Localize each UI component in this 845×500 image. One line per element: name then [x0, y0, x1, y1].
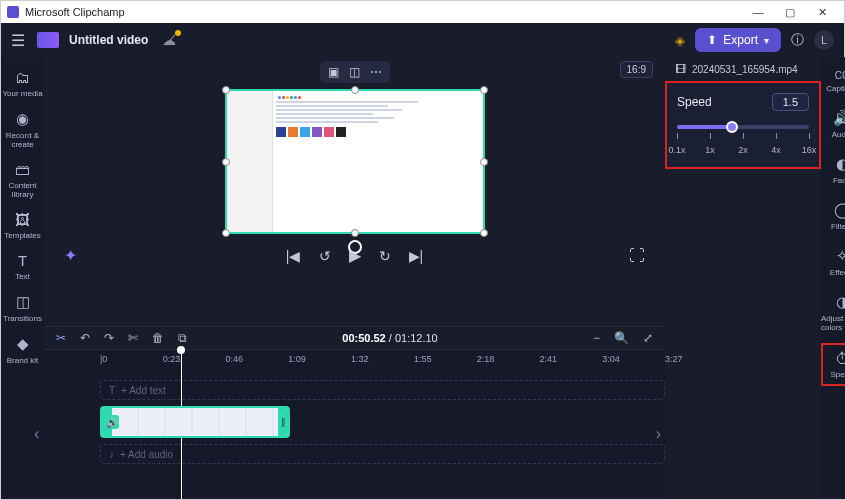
ruler-tick: 3:04 — [602, 354, 620, 364]
rail-item-brand-kit[interactable]: ◆Brand kit — [1, 331, 44, 369]
delete-button[interactable]: 🗑 — [152, 331, 164, 345]
skip-start-button[interactable]: |◀ — [286, 248, 301, 264]
rail-item-text[interactable]: TText — [1, 248, 44, 285]
more-icon[interactable]: ⋯ — [370, 65, 382, 79]
prop-item-speed[interactable]: ⏱Speed — [821, 343, 845, 386]
ruler-tick: 1:09 — [288, 354, 306, 364]
prop-icon: ◑ — [836, 293, 846, 311]
canvas-toolbar: ▣ ◫ ⋯ — [320, 61, 390, 83]
prop-item-audio[interactable]: 🔊Audio — [821, 104, 845, 144]
prop-item-captions[interactable]: CCCaptions — [821, 65, 845, 98]
frame-back-button[interactable]: ↺ — [319, 248, 331, 264]
audio-track-placeholder: + Add audio — [120, 449, 173, 460]
upload-icon: ⬆ — [707, 33, 717, 47]
menu-button[interactable]: ☰ — [11, 31, 25, 50]
prop-item-effects[interactable]: ✧Effects — [821, 242, 845, 282]
film-icon: 🎞 — [675, 63, 686, 75]
text-track[interactable]: T + Add text — [100, 380, 665, 400]
text-track-icon: T — [109, 385, 115, 396]
app-title: Microsoft Clipchamp — [25, 6, 125, 18]
resize-handle[interactable] — [480, 86, 488, 94]
rail-item-templates[interactable]: 🖼Templates — [1, 207, 44, 244]
audio-track[interactable]: ♪ + Add audio — [100, 444, 665, 464]
collapse-left-icon[interactable]: ‹ — [34, 425, 39, 443]
app-icon — [7, 6, 19, 18]
scissors-button[interactable]: ✄ — [128, 331, 138, 345]
current-time: 00:50.52 — [342, 332, 385, 344]
account-avatar[interactable]: L — [814, 30, 834, 50]
slider-tick — [710, 133, 711, 139]
slider-tick-label: 4x — [771, 145, 781, 155]
prop-label: Adjust colors — [821, 314, 845, 332]
slider-tick-label: 2x — [738, 145, 748, 155]
slider-thumb[interactable] — [726, 121, 738, 133]
project-title[interactable]: Untitled video — [69, 33, 148, 47]
premium-button[interactable]: ◈ — [675, 33, 685, 48]
maximize-button[interactable]: ▢ — [774, 6, 806, 19]
clip-trim-right[interactable]: ‖ — [278, 408, 288, 436]
resize-handle[interactable] — [480, 158, 488, 166]
resize-handle[interactable] — [351, 86, 359, 94]
cloud-sync-icon[interactable]: ☁̸ — [162, 32, 176, 48]
help-button[interactable]: ⓘ — [791, 31, 804, 49]
fit-timeline-button[interactable]: ⤢ — [643, 331, 653, 345]
crop-icon[interactable]: ▣ — [328, 65, 339, 79]
rail-icon: 🖼 — [15, 211, 30, 228]
chevron-down-icon: ▾ — [764, 35, 769, 46]
zoom-in-button[interactable]: 🔍 — [614, 331, 629, 345]
prop-item-adjust-colors[interactable]: ◑Adjust colors — [821, 288, 845, 337]
prop-label: Audio — [832, 130, 845, 139]
right-property-rail: CCCaptions🔊Audio◐Fade◯Filters✧Effects◑Ad… — [821, 57, 845, 499]
redo-button[interactable]: ↷ — [104, 331, 114, 345]
zoom-out-button[interactable]: − — [593, 331, 600, 345]
rail-label: Record & create — [1, 131, 44, 149]
prop-label: Fade — [833, 176, 845, 185]
resize-tool-icon[interactable]: ◫ — [349, 65, 360, 79]
split-button[interactable]: ✂ — [56, 331, 66, 345]
prop-icon: ✧ — [836, 247, 846, 265]
undo-button[interactable]: ↶ — [80, 331, 90, 345]
frame-forward-button[interactable]: ↻ — [379, 248, 391, 264]
close-button[interactable]: ✕ — [806, 6, 838, 19]
resize-handle[interactable] — [222, 86, 230, 94]
play-button[interactable]: ▶ — [349, 246, 361, 265]
window-titlebar: Microsoft Clipchamp — ▢ ✕ — [1, 1, 844, 23]
ruler-tick: |0 — [100, 354, 107, 364]
ruler-tick: 0:23 — [163, 354, 181, 364]
video-preview[interactable] — [225, 89, 485, 234]
video-clip[interactable]: ‖ 🔊 ‖ — [100, 406, 290, 438]
speed-panel: Speed 1.5 0.1x1x2x4x16x — [665, 81, 821, 169]
resize-handle[interactable] — [222, 158, 230, 166]
rail-icon: ◉ — [16, 110, 29, 128]
text-track-placeholder: + Add text — [121, 385, 166, 396]
skip-end-button[interactable]: ▶| — [409, 248, 424, 264]
slider-tick — [743, 133, 744, 139]
prop-label: Speed — [830, 370, 845, 379]
autocaptions-button[interactable]: ✦ — [64, 246, 77, 265]
prop-label: Filters — [831, 222, 845, 231]
timeline-toolbar: ✂ ↶ ↷ ✄ 🗑 ⧉ 00:50.52 / 01:12.10 − 🔍 — [44, 326, 665, 349]
rail-item-transitions[interactable]: ◫Transitions — [1, 289, 44, 327]
timeline[interactable]: ‹ › |00:230:461:091:321:552:182:413:043:… — [44, 349, 665, 499]
minimize-button[interactable]: — — [742, 6, 774, 18]
rail-item-record-create[interactable]: ◉Record & create — [1, 106, 44, 153]
timeline-ruler[interactable]: |00:230:461:091:321:552:182:413:043:27 — [100, 352, 665, 370]
aspect-ratio-button[interactable]: 16:9 — [620, 61, 653, 78]
prop-item-filters[interactable]: ◯Filters — [821, 196, 845, 236]
clip-audio-icon[interactable]: 🔊 — [105, 415, 119, 429]
export-button[interactable]: ⬆ Export ▾ — [695, 28, 781, 52]
fullscreen-button[interactable]: ⛶ — [629, 247, 645, 265]
speed-value-input[interactable]: 1.5 — [772, 93, 809, 111]
duplicate-button[interactable]: ⧉ — [178, 331, 187, 345]
rail-item-content-library[interactable]: 🗃Content library — [1, 157, 44, 203]
speed-slider[interactable] — [677, 125, 809, 129]
slider-tick-label: 16x — [802, 145, 817, 155]
total-time: 01:12.10 — [395, 332, 438, 344]
top-bar: ☰ Untitled video ☁̸ ◈ ⬆ Export ▾ ⓘ L — [1, 23, 844, 57]
video-track[interactable]: ‖ 🔊 ‖ — [100, 406, 665, 438]
clip-thumbnails — [112, 408, 278, 436]
selected-file: 🎞 20240531_165954.mp4 — [665, 57, 821, 81]
rail-item-your-media[interactable]: 🗂Your media — [1, 65, 44, 102]
prop-item-fade[interactable]: ◐Fade — [821, 150, 845, 190]
prop-icon: ⏱ — [835, 350, 846, 367]
